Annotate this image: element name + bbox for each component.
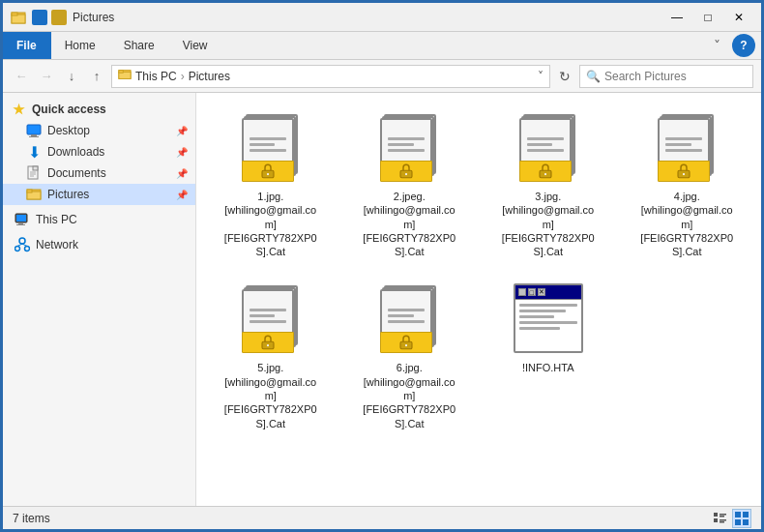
window-title: Pictures bbox=[73, 11, 662, 24]
file-item-4[interactable]: 4.jpg.[whilingo@gmail.com][FEI6GRTY782XP… bbox=[623, 103, 752, 264]
content-area: 1.jpg.[whilingo@gmail.com][FEI6GRTY782XP… bbox=[196, 93, 761, 506]
quick-access-label: Quick access bbox=[32, 103, 106, 116]
file-icon-2 bbox=[370, 108, 448, 186]
ribbon-collapse-button[interactable]: ˅ bbox=[705, 34, 728, 57]
maximize-button[interactable]: □ bbox=[693, 8, 722, 27]
large-icons-view-button[interactable] bbox=[732, 509, 751, 528]
address-path[interactable]: This PC › Pictures ˅ bbox=[111, 65, 550, 88]
svg-rect-10 bbox=[33, 166, 38, 170]
status-bar: 7 items bbox=[3, 506, 761, 529]
forward-button[interactable]: → bbox=[36, 66, 57, 87]
up-chevron-button[interactable]: ↓ bbox=[61, 66, 82, 87]
ribbon-right: ˅ ? bbox=[705, 32, 761, 59]
tab-home[interactable]: Home bbox=[51, 32, 110, 59]
path-sep-1: › bbox=[181, 70, 185, 83]
svg-rect-46 bbox=[735, 519, 741, 525]
desktop-pin: 📌 bbox=[176, 126, 188, 136]
help-button[interactable]: ? bbox=[732, 34, 755, 57]
desktop-icon bbox=[26, 123, 42, 138]
file-item-3[interactable]: 3.jpg.[whilingo@gmail.com][FEI6GRTY782XP… bbox=[484, 103, 613, 264]
path-this-pc[interactable]: This PC bbox=[135, 70, 177, 83]
desktop-label: Desktop bbox=[47, 124, 90, 137]
sidebar-item-documents[interactable]: Documents 📌 bbox=[3, 163, 195, 184]
svg-rect-7 bbox=[31, 134, 37, 136]
sidebar-item-desktop[interactable]: Desktop 📌 bbox=[3, 120, 195, 141]
svg-line-25 bbox=[22, 244, 27, 247]
minimize-button[interactable]: — bbox=[662, 8, 691, 27]
item-count: 7 items bbox=[13, 512, 50, 525]
svg-rect-47 bbox=[743, 519, 749, 525]
svg-rect-44 bbox=[735, 512, 741, 517]
file-item-2[interactable]: 2.jpeg.[whilingo@gmail.com][FEI6GRTY782X… bbox=[345, 103, 475, 264]
file-label-2: 2.jpeg.[whilingo@gmail.com][FEI6GRTY782X… bbox=[361, 190, 457, 258]
file-label-6: 6.jpg.[whilingo@gmail.com][FEI6GRTY782XP… bbox=[361, 361, 457, 429]
downloads-label: Downloads bbox=[47, 145, 104, 159]
pictures-label: Pictures bbox=[47, 188, 89, 201]
svg-point-31 bbox=[544, 173, 546, 175]
file-label-3: 3.jpg.[whilingo@gmail.com][FEI6GRTY782XP… bbox=[500, 190, 597, 258]
close-button[interactable]: ✕ bbox=[724, 8, 753, 27]
svg-rect-5 bbox=[119, 71, 123, 74]
svg-rect-8 bbox=[29, 136, 39, 137]
this-pc-icon bbox=[15, 212, 30, 227]
file-item-7[interactable]: _ □ ✕ !INFO.HTA bbox=[484, 274, 613, 435]
back-button[interactable]: ← bbox=[11, 66, 32, 87]
file-icon-6 bbox=[370, 280, 448, 357]
quick-access-tabs bbox=[32, 10, 67, 25]
svg-point-29 bbox=[405, 173, 407, 175]
svg-rect-18 bbox=[16, 215, 26, 222]
file-item-1[interactable]: 1.jpg.[whilingo@gmail.com][FEI6GRTY782XP… bbox=[206, 103, 336, 264]
search-input[interactable] bbox=[604, 70, 749, 83]
sidebar-item-downloads[interactable]: ⬇ Downloads 📌 bbox=[3, 141, 195, 163]
file-label-7: !INFO.HTA bbox=[522, 361, 574, 374]
svg-rect-42 bbox=[720, 519, 726, 521]
refresh-button[interactable]: ↻ bbox=[554, 66, 575, 87]
network-icon bbox=[15, 237, 30, 252]
ribbon: File Home Share View ˅ ? bbox=[3, 32, 761, 60]
svg-rect-20 bbox=[16, 224, 25, 225]
sidebar-item-network[interactable]: Network bbox=[3, 234, 195, 255]
file-item-6[interactable]: 6.jpg.[whilingo@gmail.com][FEI6GRTY782XP… bbox=[345, 274, 475, 435]
svg-rect-45 bbox=[743, 512, 749, 517]
svg-rect-2 bbox=[12, 13, 17, 15]
svg-rect-38 bbox=[714, 513, 718, 517]
window-icon bbox=[11, 10, 26, 25]
star-icon: ★ bbox=[11, 102, 26, 117]
sidebar-header-quick-access[interactable]: ★ Quick access bbox=[3, 99, 195, 120]
svg-rect-39 bbox=[720, 514, 726, 516]
up-directory-button[interactable]: ↑ bbox=[86, 66, 107, 87]
quick-tab-yellow[interactable] bbox=[51, 10, 67, 25]
path-dropdown-arrow[interactable]: ˅ bbox=[538, 70, 544, 83]
file-icon-4 bbox=[648, 108, 725, 186]
path-icon bbox=[118, 68, 132, 84]
main-layout: ★ Quick access Desktop 📌 ⬇ bbox=[3, 93, 761, 506]
svg-rect-19 bbox=[18, 222, 23, 224]
svg-rect-43 bbox=[720, 521, 724, 523]
sidebar-item-pictures[interactable]: Pictures 📌 bbox=[3, 184, 195, 205]
list-view-button[interactable] bbox=[711, 509, 730, 528]
sidebar-section-this-pc: This PC bbox=[3, 209, 195, 230]
file-icon-7: _ □ ✕ bbox=[510, 280, 587, 357]
search-box[interactable]: 🔍 bbox=[579, 65, 753, 88]
file-item-5[interactable]: 5.jpg.[whilingo@gmail.com][FEI6GRTY782XP… bbox=[206, 274, 336, 435]
view-icons bbox=[711, 509, 751, 528]
pictures-pin: 📌 bbox=[176, 190, 188, 200]
svg-rect-6 bbox=[27, 125, 41, 134]
tab-view[interactable]: View bbox=[169, 32, 222, 59]
svg-rect-41 bbox=[714, 518, 718, 522]
quick-tab-blue[interactable] bbox=[32, 10, 47, 25]
sidebar: ★ Quick access Desktop 📌 ⬇ bbox=[3, 93, 196, 506]
svg-point-35 bbox=[267, 344, 269, 346]
sidebar-item-this-pc[interactable]: This PC bbox=[3, 209, 195, 230]
path-pictures[interactable]: Pictures bbox=[189, 70, 230, 83]
documents-icon bbox=[26, 165, 42, 181]
downloads-pin: 📌 bbox=[176, 147, 188, 158]
svg-point-22 bbox=[15, 247, 20, 251]
tab-share[interactable]: Share bbox=[110, 32, 169, 59]
file-icon-5 bbox=[232, 280, 309, 357]
file-label-1: 1.jpg.[whilingo@gmail.com][FEI6GRTY782XP… bbox=[222, 190, 319, 258]
tab-file[interactable]: File bbox=[3, 32, 51, 59]
svg-point-33 bbox=[683, 173, 685, 175]
file-icon-3 bbox=[510, 108, 587, 186]
documents-pin: 📌 bbox=[176, 168, 188, 179]
